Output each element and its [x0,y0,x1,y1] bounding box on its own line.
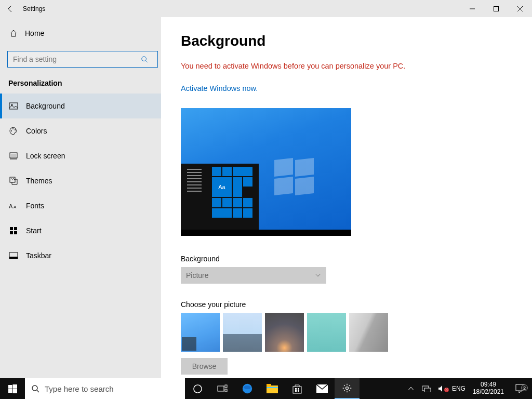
main-content: Background You need to activate Windows … [161,17,532,378]
svg-rect-17 [10,227,13,230]
sidebar-item-taskbar[interactable]: Taskbar [0,243,161,268]
chevron-down-icon [315,273,321,277]
start-icon [8,227,19,235]
svg-rect-6 [9,103,18,109]
picture-thumb-1[interactable] [181,313,220,352]
tray-time: 09:49 [481,381,496,389]
picture-thumbs [181,313,512,352]
choose-label: Choose your picture [181,300,512,309]
svg-rect-26 [12,389,17,393]
start-button[interactable] [0,378,25,399]
svg-point-9 [12,128,14,129]
svg-rect-32 [225,389,227,392]
search-input[interactable] [8,55,141,63]
sidebar-item-label: Colors [26,127,47,135]
maximize-button[interactable] [484,0,508,17]
tray-volume-icon[interactable] [436,385,448,392]
taskbar-search-placeholder: Type here to search [45,384,114,393]
svg-rect-35 [267,384,271,387]
edge-button[interactable] [235,378,260,399]
desktop-preview: Aa [181,108,351,236]
tray-date: 18/02/2021 [473,389,504,396]
svg-rect-39 [298,388,299,390]
settings-window: Settings Home [0,0,532,378]
titlebar: Settings [0,0,532,17]
taskbar-icon [8,252,19,259]
dropdown-value: Picture [186,271,209,280]
cortana-button[interactable] [185,378,210,399]
search-icon [31,384,39,393]
svg-point-8 [11,130,12,131]
home-label: Home [25,29,44,37]
svg-rect-24 [12,384,17,389]
system-tray: ENG 09:49 18/02/2021 2 [402,378,532,399]
svg-rect-45 [424,388,431,392]
svg-rect-19 [10,231,13,234]
taskbar-search[interactable]: Type here to search [25,378,185,399]
browse-button[interactable]: Browse [181,358,228,375]
sidebar-item-start[interactable]: Start [0,218,161,243]
sidebar-item-themes[interactable]: Themes [0,168,161,193]
preview-taskbar [181,230,351,236]
svg-rect-12 [11,154,16,157]
activate-link[interactable]: Activate Windows now. [181,84,258,92]
picture-thumb-3[interactable] [265,313,304,352]
back-button[interactable] [0,0,21,17]
action-center-button[interactable]: 2 [511,384,529,393]
sidebar-item-label: Background [26,102,65,110]
sidebar-item-lockscreen[interactable]: Lock screen [0,143,161,168]
taskbar: Type here to search ENG 09:49 18/02 [0,378,532,399]
page-title: Background [181,33,512,49]
svg-line-28 [37,390,39,392]
window-title: Settings [23,5,45,12]
svg-text:A: A [14,205,17,209]
lockscreen-icon [8,151,19,161]
tray-language[interactable]: ENG [452,385,466,392]
svg-point-29 [193,384,201,392]
sidebar-item-label: Start [26,227,42,235]
body: Home Personalization Background [0,17,532,378]
home-nav[interactable]: Home [0,21,161,45]
task-view-button[interactable] [210,378,235,399]
svg-rect-18 [14,227,17,230]
sidebar-item-label: Lock screen [26,152,65,160]
svg-rect-38 [295,388,297,390]
activation-warning: You need to activate Windows before you … [181,62,512,70]
sidebar-item-label: Themes [26,177,52,185]
mail-button[interactable] [310,378,335,399]
background-type-dropdown[interactable]: Picture [181,267,326,284]
svg-rect-40 [295,390,297,392]
store-button[interactable] [285,378,310,399]
windows-logo-icon [274,159,316,195]
picture-thumb-4[interactable] [307,313,346,352]
picture-thumb-5[interactable] [349,313,388,352]
search-input-wrap[interactable] [7,51,158,68]
sidebar-item-background[interactable]: Background [0,94,161,118]
sidebar-item-label: Fonts [26,202,44,210]
svg-rect-36 [267,387,278,388]
tray-chevron-up-icon[interactable] [405,387,417,390]
svg-point-10 [15,129,16,130]
picture-thumb-2[interactable] [223,313,262,352]
picture-icon [8,101,19,111]
sidebar-item-colors[interactable]: Colors [0,118,161,143]
tray-network-icon[interactable] [421,385,432,392]
palette-icon [8,126,19,136]
sidebar-item-fonts[interactable]: AA Fonts [0,193,161,218]
svg-rect-20 [14,231,17,234]
tray-clock[interactable]: 09:49 18/02/2021 [470,381,507,396]
explorer-button[interactable] [260,378,285,399]
svg-point-4 [142,57,147,61]
settings-taskbar-button[interactable] [335,378,360,399]
svg-point-27 [32,385,37,391]
minimize-button[interactable] [460,0,484,17]
svg-rect-37 [293,387,301,393]
svg-rect-41 [298,390,299,392]
preview-sample-tile: Aa [212,177,232,197]
bg-label: Background [181,255,512,263]
svg-rect-25 [8,389,12,393]
svg-text:A: A [9,203,13,209]
search-icon [141,56,157,63]
close-button[interactable] [508,0,532,17]
svg-rect-1 [494,6,499,11]
